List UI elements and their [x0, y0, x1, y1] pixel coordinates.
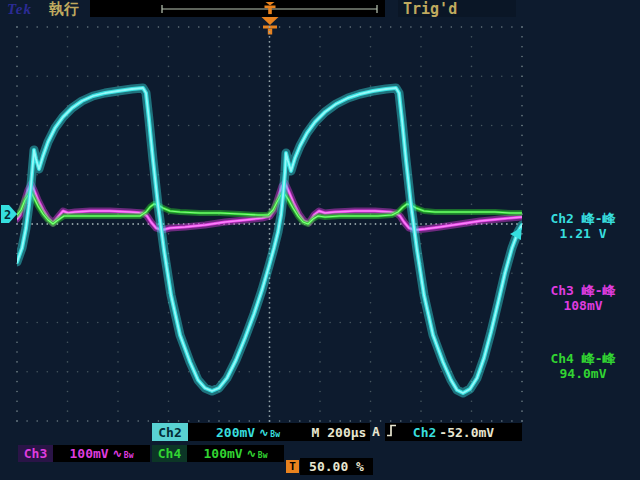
oscilloscope-screen: Tek 執行 Trig'd 2 — [0, 0, 640, 480]
trigger-status: Trig'd — [403, 0, 457, 18]
ch4-scale-value: 100mV — [204, 446, 243, 461]
ch2-waveform — [17, 88, 522, 393]
record-view-strip — [90, 0, 385, 17]
measurement-ch2-title: Ch2 峰-峰 — [550, 211, 615, 226]
ch2-waveform — [17, 88, 522, 393]
ch2-position-marker: 2 — [1, 205, 17, 223]
ch2-waveform — [17, 88, 522, 393]
trigger-t-glyph: T — [289, 460, 296, 473]
ch4-scale-readout: 100mV ∿ Bw — [187, 445, 284, 462]
ch4-waveform — [17, 192, 522, 224]
measurement-ch2: Ch2 峰-峰 1.21 V — [533, 211, 633, 241]
bandwidth-limit-icon: Bw — [270, 430, 280, 441]
timebase-prefix: M — [312, 425, 320, 440]
ac-coupling-icon: ∿ — [113, 447, 122, 460]
ac-coupling-icon: ∿ — [247, 447, 256, 460]
timebase-readout: M 200µs — [308, 423, 370, 441]
trigger-t-icon: T — [286, 460, 299, 473]
trigger-readout: Ch2 -52.0mV — [385, 423, 522, 441]
svg-text:2: 2 — [4, 208, 11, 222]
ch2-scale-value: 200mV — [216, 425, 255, 440]
ch4-waveform — [17, 192, 522, 224]
ch4-channel-badge: Ch4 — [152, 445, 187, 462]
ch3-channel-badge: Ch3 — [18, 445, 53, 462]
measurement-ch2-value: 1.21 V — [533, 226, 633, 241]
trigger-level-arrow-icon — [510, 228, 521, 240]
trigger-mode-label: A — [372, 424, 380, 439]
measurement-ch4-title: Ch4 峰-峰 — [550, 351, 615, 366]
ac-coupling-icon: ∿ — [259, 426, 268, 439]
timebase-value: 200µs — [327, 425, 366, 440]
ch3-waveform — [17, 183, 522, 230]
ch4-badge-label: Ch4 — [158, 446, 181, 461]
ch2-scale-readout: 200mV ∿ Bw — [188, 423, 308, 441]
bandwidth-limit-icon: Bw — [124, 451, 134, 462]
measurement-ch3-value: 108mV — [533, 298, 633, 313]
measurement-ch3: Ch3 峰-峰 108mV — [533, 283, 633, 313]
measurement-ch3-title: Ch3 峰-峰 — [550, 283, 615, 298]
trigger-source: Ch2 — [413, 425, 436, 440]
ch4-waveform — [17, 192, 522, 224]
measurement-ch4-value: 94.0mV — [533, 366, 633, 381]
ch3-waveform — [17, 183, 522, 230]
ch2-badge-label: Ch2 — [158, 425, 181, 440]
trigger-level-value: -52.0mV — [439, 425, 494, 440]
brand-logo: Tek — [7, 1, 32, 18]
ch3-scale-value: 100mV — [70, 446, 109, 461]
rising-edge-icon — [386, 423, 397, 438]
ch3-waveform — [17, 183, 522, 230]
ch2-channel-badge: Ch2 — [152, 423, 188, 441]
bandwidth-limit-icon: Bw — [258, 451, 268, 462]
graticule — [16, 26, 523, 422]
trigger-position-value: 50.00 % — [309, 459, 364, 474]
ch3-scale-readout: 100mV ∿ Bw — [53, 445, 150, 462]
measurement-ch4: Ch4 峰-峰 94.0mV — [533, 351, 633, 381]
ch3-badge-label: Ch3 — [24, 446, 47, 461]
trigger-position-marker-icon — [262, 17, 279, 35]
acquisition-status: 執行 — [49, 0, 79, 19]
trigger-position-readout: 50.00 % — [300, 458, 373, 475]
